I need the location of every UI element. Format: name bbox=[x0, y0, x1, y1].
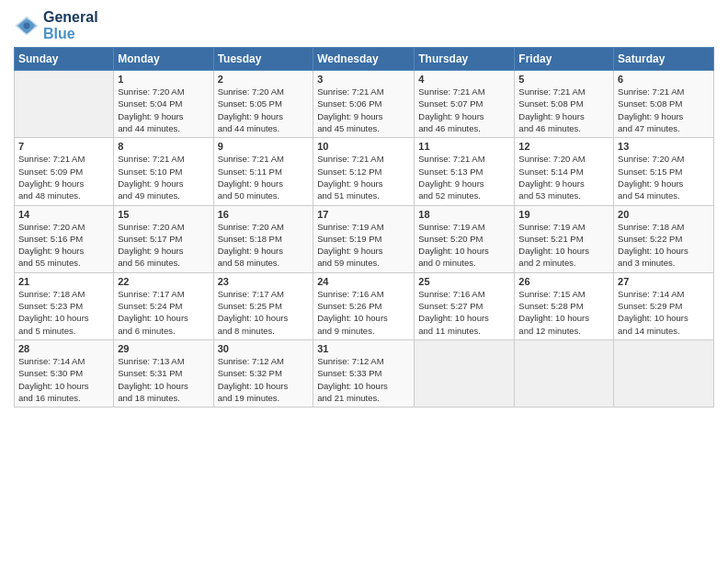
calendar-cell: 20Sunrise: 7:18 AM Sunset: 5:22 PM Dayli… bbox=[614, 205, 714, 272]
calendar-cell: 26Sunrise: 7:15 AM Sunset: 5:28 PM Dayli… bbox=[515, 272, 614, 339]
day-info: Sunrise: 7:16 AM Sunset: 5:27 PM Dayligh… bbox=[418, 288, 510, 337]
calendar-cell: 28Sunrise: 7:14 AM Sunset: 5:30 PM Dayli… bbox=[15, 339, 114, 407]
calendar-cell: 30Sunrise: 7:12 AM Sunset: 5:32 PM Dayli… bbox=[213, 339, 313, 407]
calendar-cell: 29Sunrise: 7:13 AM Sunset: 5:31 PM Dayli… bbox=[114, 339, 213, 407]
calendar-cell: 7Sunrise: 7:21 AM Sunset: 5:09 PM Daylig… bbox=[15, 138, 114, 205]
logo-text: General Blue bbox=[43, 9, 98, 41]
day-number: 26 bbox=[518, 276, 609, 287]
day-info: Sunrise: 7:21 AM Sunset: 5:12 PM Dayligh… bbox=[317, 153, 410, 201]
header-wednesday: Wednesday bbox=[313, 48, 415, 71]
day-info: Sunrise: 7:20 AM Sunset: 5:14 PM Dayligh… bbox=[518, 153, 609, 201]
day-number: 22 bbox=[118, 276, 209, 287]
day-info: Sunrise: 7:21 AM Sunset: 5:10 PM Dayligh… bbox=[118, 153, 209, 201]
calendar-cell: 19Sunrise: 7:19 AM Sunset: 5:21 PM Dayli… bbox=[515, 205, 614, 272]
calendar-cell: 9Sunrise: 7:21 AM Sunset: 5:11 PM Daylig… bbox=[213, 138, 313, 205]
calendar-cell: 22Sunrise: 7:17 AM Sunset: 5:24 PM Dayli… bbox=[114, 272, 213, 339]
header-saturday: Saturday bbox=[614, 48, 714, 71]
day-info: Sunrise: 7:20 AM Sunset: 5:16 PM Dayligh… bbox=[18, 221, 109, 270]
day-info: Sunrise: 7:19 AM Sunset: 5:21 PM Dayligh… bbox=[518, 221, 609, 270]
day-info: Sunrise: 7:16 AM Sunset: 5:26 PM Dayligh… bbox=[317, 288, 410, 337]
calendar-cell: 2Sunrise: 7:20 AM Sunset: 5:05 PM Daylig… bbox=[213, 71, 313, 138]
calendar-cell: 27Sunrise: 7:14 AM Sunset: 5:29 PM Dayli… bbox=[614, 272, 714, 339]
day-info: Sunrise: 7:20 AM Sunset: 5:18 PM Dayligh… bbox=[218, 221, 310, 270]
day-info: Sunrise: 7:17 AM Sunset: 5:24 PM Dayligh… bbox=[118, 288, 209, 337]
day-number: 20 bbox=[618, 209, 710, 220]
calendar-cell: 21Sunrise: 7:18 AM Sunset: 5:23 PM Dayli… bbox=[15, 272, 114, 339]
calendar-cell: 13Sunrise: 7:20 AM Sunset: 5:15 PM Dayli… bbox=[614, 138, 714, 205]
calendar-cell: 24Sunrise: 7:16 AM Sunset: 5:26 PM Dayli… bbox=[313, 272, 415, 339]
day-info: Sunrise: 7:12 AM Sunset: 5:32 PM Dayligh… bbox=[218, 355, 310, 404]
day-number: 12 bbox=[518, 141, 609, 152]
header-tuesday: Tuesday bbox=[213, 48, 313, 71]
week-row-1: 1Sunrise: 7:20 AM Sunset: 5:04 PM Daylig… bbox=[15, 71, 714, 138]
day-info: Sunrise: 7:13 AM Sunset: 5:31 PM Dayligh… bbox=[118, 355, 209, 404]
calendar-cell: 8Sunrise: 7:21 AM Sunset: 5:10 PM Daylig… bbox=[114, 138, 213, 205]
header-friday: Friday bbox=[515, 48, 614, 71]
page: General Blue SundayMondayTuesdayWednesda… bbox=[0, 0, 728, 563]
calendar-cell: 12Sunrise: 7:20 AM Sunset: 5:14 PM Dayli… bbox=[515, 138, 614, 205]
day-number: 8 bbox=[118, 141, 209, 152]
calendar-cell: 17Sunrise: 7:19 AM Sunset: 5:19 PM Dayli… bbox=[313, 205, 415, 272]
day-info: Sunrise: 7:21 AM Sunset: 5:07 PM Dayligh… bbox=[418, 86, 510, 134]
day-number: 13 bbox=[618, 141, 710, 152]
day-number: 2 bbox=[218, 74, 310, 85]
calendar-cell bbox=[614, 339, 714, 407]
day-number: 30 bbox=[218, 343, 310, 354]
calendar-cell: 25Sunrise: 7:16 AM Sunset: 5:27 PM Dayli… bbox=[415, 272, 515, 339]
header-sunday: Sunday bbox=[15, 48, 114, 71]
day-info: Sunrise: 7:20 AM Sunset: 5:04 PM Dayligh… bbox=[118, 86, 209, 134]
day-info: Sunrise: 7:19 AM Sunset: 5:20 PM Dayligh… bbox=[418, 221, 510, 270]
calendar-cell bbox=[15, 71, 114, 138]
day-info: Sunrise: 7:21 AM Sunset: 5:08 PM Dayligh… bbox=[618, 86, 710, 134]
day-number: 11 bbox=[418, 141, 510, 152]
day-info: Sunrise: 7:21 AM Sunset: 5:09 PM Dayligh… bbox=[18, 153, 109, 201]
calendar-cell: 10Sunrise: 7:21 AM Sunset: 5:12 PM Dayli… bbox=[313, 138, 415, 205]
calendar-cell: 14Sunrise: 7:20 AM Sunset: 5:16 PM Dayli… bbox=[15, 205, 114, 272]
calendar-cell: 11Sunrise: 7:21 AM Sunset: 5:13 PM Dayli… bbox=[415, 138, 515, 205]
calendar-cell: 18Sunrise: 7:19 AM Sunset: 5:20 PM Dayli… bbox=[415, 205, 515, 272]
day-number: 29 bbox=[118, 343, 209, 354]
day-number: 15 bbox=[118, 209, 209, 220]
day-number: 10 bbox=[317, 141, 410, 152]
calendar-cell bbox=[515, 339, 614, 407]
calendar-cell: 15Sunrise: 7:20 AM Sunset: 5:17 PM Dayli… bbox=[114, 205, 213, 272]
calendar-cell: 1Sunrise: 7:20 AM Sunset: 5:04 PM Daylig… bbox=[114, 71, 213, 138]
day-info: Sunrise: 7:20 AM Sunset: 5:17 PM Dayligh… bbox=[118, 221, 209, 270]
day-number: 31 bbox=[317, 343, 410, 354]
day-info: Sunrise: 7:21 AM Sunset: 5:06 PM Dayligh… bbox=[317, 86, 410, 134]
day-number: 24 bbox=[317, 276, 410, 287]
logo: General Blue bbox=[14, 9, 98, 41]
day-number: 14 bbox=[18, 209, 109, 220]
day-number: 9 bbox=[218, 141, 310, 152]
day-number: 16 bbox=[218, 209, 310, 220]
header-monday: Monday bbox=[114, 48, 213, 71]
day-number: 5 bbox=[518, 74, 609, 85]
calendar-table: SundayMondayTuesdayWednesdayThursdayFrid… bbox=[14, 47, 714, 408]
day-number: 18 bbox=[418, 209, 510, 220]
day-number: 27 bbox=[618, 276, 710, 287]
calendar-cell: 31Sunrise: 7:12 AM Sunset: 5:33 PM Dayli… bbox=[313, 339, 415, 407]
calendar-cell: 5Sunrise: 7:21 AM Sunset: 5:08 PM Daylig… bbox=[515, 71, 614, 138]
calendar-cell: 16Sunrise: 7:20 AM Sunset: 5:18 PM Dayli… bbox=[213, 205, 313, 272]
day-number: 21 bbox=[18, 276, 109, 287]
day-info: Sunrise: 7:18 AM Sunset: 5:23 PM Dayligh… bbox=[18, 288, 109, 337]
week-row-5: 28Sunrise: 7:14 AM Sunset: 5:30 PM Dayli… bbox=[15, 339, 714, 407]
day-number: 4 bbox=[418, 74, 510, 85]
day-info: Sunrise: 7:18 AM Sunset: 5:22 PM Dayligh… bbox=[618, 221, 710, 270]
day-info: Sunrise: 7:19 AM Sunset: 5:19 PM Dayligh… bbox=[317, 221, 410, 270]
day-info: Sunrise: 7:21 AM Sunset: 5:08 PM Dayligh… bbox=[518, 86, 609, 134]
calendar-cell: 6Sunrise: 7:21 AM Sunset: 5:08 PM Daylig… bbox=[614, 71, 714, 138]
day-info: Sunrise: 7:14 AM Sunset: 5:29 PM Dayligh… bbox=[618, 288, 710, 337]
day-info: Sunrise: 7:20 AM Sunset: 5:15 PM Dayligh… bbox=[618, 153, 710, 201]
logo-icon bbox=[14, 13, 40, 39]
calendar-cell: 3Sunrise: 7:21 AM Sunset: 5:06 PM Daylig… bbox=[313, 71, 415, 138]
header-thursday: Thursday bbox=[415, 48, 515, 71]
day-number: 23 bbox=[218, 276, 310, 287]
day-info: Sunrise: 7:12 AM Sunset: 5:33 PM Dayligh… bbox=[317, 355, 410, 404]
day-number: 1 bbox=[118, 74, 209, 85]
calendar-cell: 4Sunrise: 7:21 AM Sunset: 5:07 PM Daylig… bbox=[415, 71, 515, 138]
day-info: Sunrise: 7:20 AM Sunset: 5:05 PM Dayligh… bbox=[218, 86, 310, 134]
day-info: Sunrise: 7:21 AM Sunset: 5:13 PM Dayligh… bbox=[418, 153, 510, 201]
day-info: Sunrise: 7:15 AM Sunset: 5:28 PM Dayligh… bbox=[518, 288, 609, 337]
calendar-cell: 23Sunrise: 7:17 AM Sunset: 5:25 PM Dayli… bbox=[213, 272, 313, 339]
